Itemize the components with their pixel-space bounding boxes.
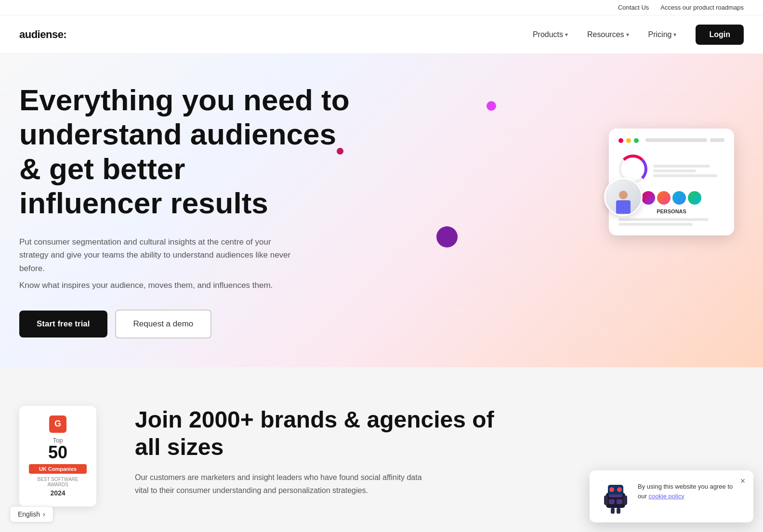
person-head [619, 191, 628, 199]
nav-pricing[interactable]: Pricing ▾ [641, 26, 684, 43]
hero-section: Everything you need to understand audien… [0, 54, 763, 367]
card-line-2 [710, 138, 724, 142]
g2-logo: G [49, 415, 66, 433]
card-bottom-lines [618, 218, 724, 226]
hero-headline: Everything you need to understand audien… [19, 83, 414, 220]
contact-us-link[interactable]: Contact Us [618, 4, 649, 11]
cookie-policy-link[interactable]: cookie policy [648, 493, 684, 500]
cookie-message: By using this website you agree to our c… [638, 482, 742, 501]
access-roadmaps-link[interactable]: Access our product roadmaps [660, 4, 744, 11]
cookie-text: By using this website you agree to our c… [638, 482, 742, 501]
svg-rect-5 [609, 499, 615, 504]
card-dot-green [634, 138, 639, 143]
nav-resources[interactable]: Resources ▾ [579, 26, 636, 43]
svg-rect-10 [617, 508, 620, 514]
svg-rect-6 [617, 499, 622, 504]
line-3 [653, 174, 717, 177]
person-photo [604, 178, 643, 216]
avatar-3 [672, 191, 686, 205]
avatar-2 [657, 191, 671, 205]
g2-year: 2024 [29, 489, 87, 497]
hero-subtitle2: Know what inspires your audience, moves … [19, 281, 414, 290]
hero-subtitle: Put consumer segmentation and cultural i… [19, 235, 299, 275]
decorative-dot-1 [487, 101, 496, 111]
avatar-4 [688, 191, 701, 205]
decorative-dot-3 [436, 226, 458, 247]
card-header [618, 138, 724, 143]
bottom-line-2 [618, 223, 693, 226]
section-two-body: Our customers are marketers and insight … [135, 471, 424, 497]
logo[interactable]: audiense: [19, 28, 66, 41]
resources-chevron-icon: ▾ [626, 31, 629, 38]
hero-content: Everything you need to understand audien… [19, 83, 414, 338]
svg-rect-8 [623, 495, 627, 505]
personas-card: PERSONAS [609, 129, 734, 235]
language-chevron-icon: › [43, 510, 45, 518]
language-selector[interactable]: English › [10, 506, 53, 522]
avatar-1 [642, 191, 655, 205]
g2-badge: G Top 50 UK Companies BEST SOFTWARE AWAR… [19, 406, 96, 506]
nav-links: Products ▾ Resources ▾ Pricing ▾ Login [525, 25, 744, 45]
cookie-robot-icon [601, 482, 630, 511]
svg-rect-7 [604, 495, 608, 505]
g2-sub-label: BEST SOFTWARE AWARDS [29, 477, 87, 487]
card-lines [653, 165, 724, 177]
g2-number: 50 [29, 444, 87, 461]
card-dot-yellow [626, 138, 631, 143]
badge-container: G Top 50 UK Companies BEST SOFTWARE AWAR… [19, 406, 106, 506]
svg-point-3 [617, 487, 622, 492]
login-button[interactable]: Login [696, 25, 744, 45]
pricing-chevron-icon: ▾ [673, 31, 676, 38]
svg-point-2 [609, 487, 614, 492]
line-2 [653, 169, 696, 172]
line-1 [653, 165, 710, 168]
svg-rect-9 [611, 508, 615, 514]
nav-products[interactable]: Products ▾ [525, 26, 576, 43]
cookie-banner: × By using this website you agree to our… [590, 470, 753, 522]
bottom-line-1 [618, 218, 709, 221]
top-bar: Contact Us Access our product roadmaps [0, 0, 763, 15]
section-two-heading: Join 2000+ brands & agencies of all size… [135, 406, 744, 461]
card-line-1 [645, 138, 707, 142]
card-dot-red [618, 138, 623, 143]
cookie-close-button[interactable]: × [737, 475, 749, 487]
start-trial-button[interactable]: Start free trial [19, 311, 107, 337]
request-demo-button[interactable]: Request a demo [115, 310, 212, 338]
person-figure [611, 180, 635, 214]
hero-illustration: PERSONAS [590, 114, 744, 307]
person-body [616, 200, 631, 214]
hero-buttons: Start free trial Request a demo [19, 310, 414, 338]
svg-rect-4 [609, 494, 622, 497]
language-label: English [18, 510, 40, 518]
g2-tag: UK Companies [29, 464, 87, 474]
navigation: audiense: Products ▾ Resources ▾ Pricing… [0, 15, 763, 54]
products-chevron-icon: ▾ [565, 31, 568, 38]
